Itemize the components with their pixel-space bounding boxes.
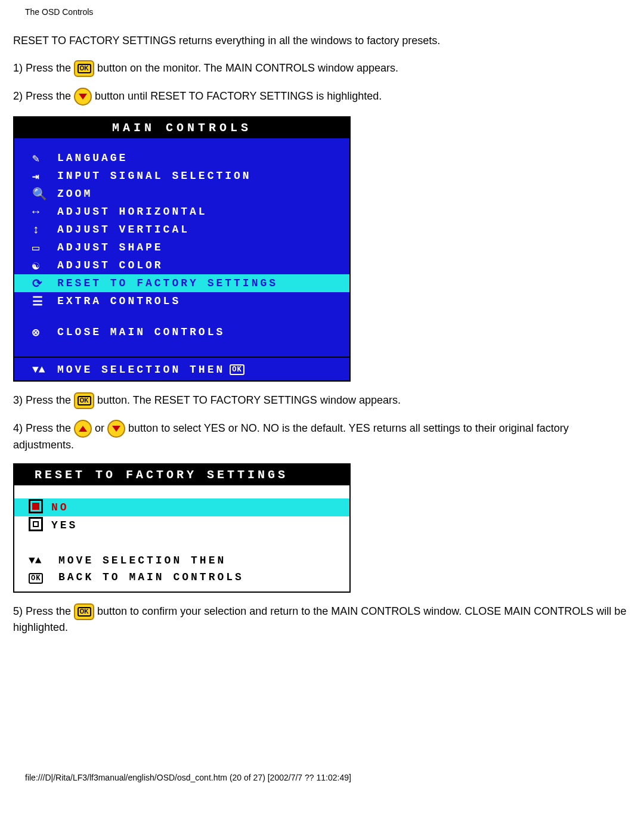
up-button-icon — [74, 420, 92, 438]
down-button-icon — [107, 420, 125, 438]
step-4-text-a: 4) Press the — [13, 422, 74, 434]
horizontal-icon: ↔ — [32, 205, 57, 219]
ok-button-icon — [74, 392, 94, 409]
radio-selected-icon — [29, 499, 51, 516]
osd-main-controls: MAIN CONTROLS ✎LANGUAGE ⇥INPUT SIGNAL SE… — [13, 116, 351, 382]
osd2-option-highlighted: NO — [14, 498, 349, 516]
osd-item: ✎LANGUAGE — [14, 149, 349, 167]
color-icon: ☯ — [32, 258, 57, 273]
close-icon: ⊗ — [32, 325, 57, 340]
ok-glyph: OK — [230, 364, 244, 375]
down-button-icon — [74, 88, 92, 106]
osd2-title: RESET TO FACTORY SETTINGS — [14, 465, 349, 485]
language-icon: ✎ — [32, 151, 57, 166]
step-5: 5) Press the button to confirm your sele… — [13, 603, 631, 635]
page-header: The OSD Controls — [25, 7, 631, 17]
radio-unselected-icon — [29, 517, 51, 534]
osd2-option: YES — [14, 516, 349, 534]
vertical-icon: ↕ — [32, 223, 57, 237]
osd-item: ☯ADJUST COLOR — [14, 256, 349, 274]
input-signal-icon: ⇥ — [32, 169, 57, 184]
step-3: 3) Press the button. The RESET TO FACTOR… — [13, 392, 631, 409]
osd-item: ☰EXTRA CONTROLS — [14, 292, 349, 310]
updown-icon: ▼▲ — [32, 364, 57, 376]
step-2-text-a: 2) Press the — [13, 90, 74, 102]
step-1-text-a: 1) Press the — [13, 62, 74, 74]
extra-icon: ☰ — [32, 294, 57, 309]
osd-item: ↕ADJUST VERTICAL — [14, 221, 349, 239]
ok-glyph: OK — [29, 571, 58, 584]
osd-close: ⊗CLOSE MAIN CONTROLS — [14, 323, 349, 341]
intro-paragraph: RESET TO FACTORY SETTINGS returns everyt… — [13, 33, 631, 48]
osd-title: MAIN CONTROLS — [14, 117, 349, 138]
ok-button-icon — [74, 603, 94, 620]
step-4-text-b: or — [95, 422, 107, 434]
osd-item: ⇥INPUT SIGNAL SELECTION — [14, 167, 349, 185]
step-1: 1) Press the button on the monitor. The … — [13, 60, 631, 77]
osd-item: ▭ADJUST SHAPE — [14, 239, 349, 256]
step-2: 2) Press the button until RESET TO FACTO… — [13, 88, 631, 106]
osd-item-highlighted: ⟳RESET TO FACTORY SETTINGS — [14, 274, 349, 292]
step-5-text-a: 5) Press the — [13, 605, 74, 617]
osd-item: ↔ADJUST HORIZONTAL — [14, 203, 349, 221]
step-1-text-b: button on the monitor. The MAIN CONTROLS… — [97, 62, 398, 74]
footer-file-path: file:///D|/Rita/LF3/lf3manual/english/OS… — [25, 773, 631, 782]
step-5-text-b: button to confirm your selection and ret… — [13, 605, 626, 633]
shape-icon: ▭ — [32, 240, 57, 255]
step-3-text-b: button. The RESET TO FACTORY SETTINGS wi… — [97, 394, 401, 406]
zoom-icon: 🔍 — [32, 187, 57, 202]
osd-body: ✎LANGUAGE ⇥INPUT SIGNAL SELECTION 🔍ZOOM … — [14, 138, 349, 357]
ok-button-icon — [74, 60, 94, 77]
osd-reset-dialog: RESET TO FACTORY SETTINGS NO YES ▼▲ MOVE… — [13, 463, 351, 593]
osd-footer: ▼▲ MOVE SELECTION THEN OK — [14, 357, 349, 380]
osd-item: 🔍ZOOM — [14, 185, 349, 203]
updown-icon: ▼▲ — [29, 555, 58, 566]
step-2-text-b: button until RESET TO FACTORY SETTINGS i… — [95, 90, 382, 102]
reset-icon: ⟳ — [32, 276, 57, 291]
step-3-text-a: 3) Press the — [13, 394, 74, 406]
osd2-footer: ▼▲ MOVE SELECTION THEN OK BACK TO MAIN C… — [14, 547, 349, 592]
step-4: 4) Press the or button to select YES or … — [13, 420, 631, 453]
